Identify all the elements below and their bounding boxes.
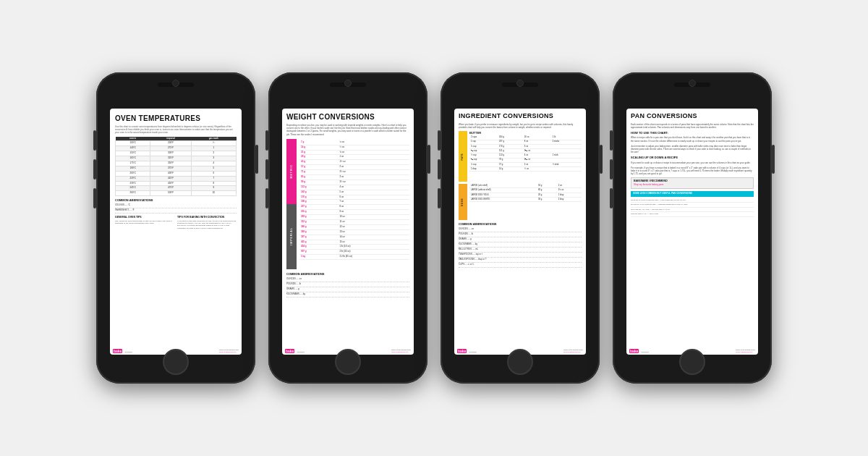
fats-label: FATS [461, 153, 464, 160]
table-cell: ½ oz [338, 145, 409, 150]
pan-teal-title: SOME LESS COMMON BUT USEFUL PAN CONVERSI… [633, 193, 752, 195]
abbrev-item: TABLESPOONS......tbsp or T [459, 258, 582, 263]
phone-side-btn-left2-2 [265, 159, 268, 180]
abbrev-item: GRAMS......g [459, 237, 582, 242]
eggs-sidebar-area: EGGS [459, 184, 467, 220]
pan-school: SCHOOL [642, 351, 650, 353]
weight-abbrev-title: COMMON ABBREVIATIONS [286, 272, 409, 276]
table-cell: 7 oz [338, 200, 409, 205]
table-cell: 190°C [116, 166, 150, 171]
table-cell: 260°C [116, 191, 150, 196]
table-cell: 375°F [150, 166, 191, 171]
table-cell: 2 tbsp [557, 197, 582, 201]
oven-footer-link: Visit us at bakeschool.com [219, 351, 239, 353]
general-tips-col: GENERAL OVEN TIPS Get yourself an oven t… [115, 216, 174, 229]
phone-home-button-3[interactable] [507, 349, 533, 375]
table-cell: 2 [191, 151, 236, 156]
table-cell: 2 oz [338, 165, 409, 170]
imperial-label: IMPERIAL [290, 227, 294, 245]
general-tips-title: GENERAL OVEN TIPS [115, 216, 174, 219]
abbrev-item: OUNCES......oz [286, 277, 409, 282]
table-cell: 425°F [150, 176, 191, 181]
table-cell: 230°C [116, 181, 150, 186]
table-cell: 1 oz [338, 155, 409, 160]
pan-how-to-text: When a recipe calls for a pan size that … [631, 136, 754, 142]
table-cell: 4 oz [338, 185, 409, 190]
table-cell: 340 g [299, 224, 338, 229]
eggs-label: EGGS [461, 198, 464, 206]
table-cell: 100°C [116, 141, 150, 146]
table-cell: ½ oz [523, 166, 551, 171]
imperial-sidebar: IMPERIAL [286, 204, 297, 269]
table-cell: 369 g [299, 229, 338, 235]
table-cell: 99 g [299, 180, 338, 185]
pan-teal-box: SOME LESS COMMON BUT USEFUL PAN CONVERSI… [631, 191, 754, 197]
table-cell: 140°C [116, 146, 150, 151]
butter-label: BUTTER [469, 131, 582, 135]
pan-intro: Each section of this chart corresponds t… [631, 123, 754, 129]
fats-section: FATS BUTTER 2 cups454 g16 oz1 lb1 cup227… [459, 131, 582, 182]
pan-recommend-link: Shop my favourite baking pans [634, 184, 751, 187]
phone-screen-weight: WEIGHT CONVERSIONS Depending on where yo… [282, 109, 414, 355]
phone-home-button-4[interactable] [679, 349, 705, 375]
phone-side-btn-left1-4 [610, 130, 613, 151]
phone-side-btn-left1-2 [265, 130, 268, 151]
oven-screen-content: OVEN TEMPERATURES Use this chart to conv… [110, 109, 242, 355]
metric-sidebar: METRIC [286, 139, 297, 204]
oven-abbrev-celsius: CELSIUS......°C [115, 203, 237, 208]
table-cell: 1 [191, 146, 236, 151]
table-cell: 2½ oz [338, 170, 409, 175]
table-cell: 255 g [299, 210, 338, 215]
table-cell: 397 g [299, 235, 338, 240]
oven-school: SCHOOL [125, 351, 133, 353]
phone-side-btn-right-3 [600, 145, 603, 174]
weight-screen-content: WEIGHT CONVERSIONS Depending on where yo… [282, 109, 414, 355]
ingredient-intro: When you bake, if you prefer to measure … [459, 123, 582, 129]
table-cell: 8 oz [338, 205, 409, 210]
table-cell: 245°C [116, 186, 150, 191]
general-tips-text: Get yourself an oven thermometer so that… [115, 220, 174, 225]
phone-screen-oven: OVEN TEMPERATURES Use this chart to conv… [110, 109, 242, 355]
table-cell: 450°F [150, 181, 191, 186]
table-cell: 11 oz [338, 220, 409, 225]
fats-sidebar-area: FATS [459, 131, 467, 182]
table-cell: LARGE EGG WHITE [469, 197, 537, 201]
phone-home-button[interactable] [163, 349, 189, 375]
table-cell: 500°F [150, 191, 191, 196]
abbrev-item: MILLILITRES......mL [459, 248, 582, 253]
oven-abbrev-title: COMMON ABBREVIATIONS [115, 198, 237, 202]
pan-tip-text: Just remember to adjust your baking time… [631, 145, 754, 154]
oven-abbrev: COMMON ABBREVIATIONS CELSIUS......°C FAH… [115, 198, 237, 214]
pan-recommend-box: BAKEWARE I RECOMMEND Shop my favourite b… [631, 177, 754, 188]
table-cell: 30 g [537, 197, 557, 201]
table-cell: 8 [191, 181, 236, 186]
weight-sidebar-area: METRIC IMPERIAL [286, 139, 297, 269]
ingredient-abbrevs-list: OUNCES......ozPOUNDS......lbGRAMS......g… [459, 227, 582, 267]
phone-side-btn-left1 [93, 130, 96, 151]
weight-intro: Depending on where you live, you may be … [286, 124, 409, 136]
ingredient-bake-logo: bake SCHOOL [457, 349, 477, 354]
table-cell: 170 g [299, 195, 338, 200]
abbrev-item: KILOGRAMS......kg [459, 242, 582, 248]
table-cell: 220°C [116, 176, 150, 181]
table-cell: 2 lb (32 oz) [338, 250, 409, 255]
table-cell: 454 g [299, 245, 338, 250]
metric-label: METRIC [290, 164, 294, 178]
table-cell: 150°C [116, 151, 150, 156]
oven-abbrev-fahrenheit: FAHRENHEIT......°F [115, 208, 237, 214]
weight-main-area: METRIC IMPERIAL 7 g¼ oz14 g½ oz21 g¾ oz2… [286, 139, 409, 269]
weight-table-area: 7 g¼ oz14 g½ oz21 g¾ oz28 g1 oz43 g1½ oz… [299, 139, 409, 269]
table-cell: ¾ oz [338, 150, 409, 155]
table-cell: 3 [191, 156, 236, 161]
table-cell: 325°F [150, 156, 191, 161]
oven-bake-logo: bake SCHOOL [113, 349, 132, 354]
pan-example-text: For example, if you have a recipe that i… [631, 166, 754, 176]
ingredient-abbrev: COMMON ABBREVIATIONS OUNCES......ozPOUND… [459, 222, 582, 267]
phone-home-button-2[interactable] [335, 349, 361, 375]
table-cell: 175°C [116, 161, 150, 166]
convection-title: TIPS FOR BAKING WITH CONVECTION [177, 216, 237, 219]
phone-side-btn-left3-4 [610, 188, 613, 208]
ingredient-title: INGREDIENT CONVERSIONS [459, 113, 582, 120]
table-cell: 312 g [299, 220, 338, 225]
phone-screen-pan: PAN CONVERSIONS Each section of this cha… [626, 109, 758, 355]
